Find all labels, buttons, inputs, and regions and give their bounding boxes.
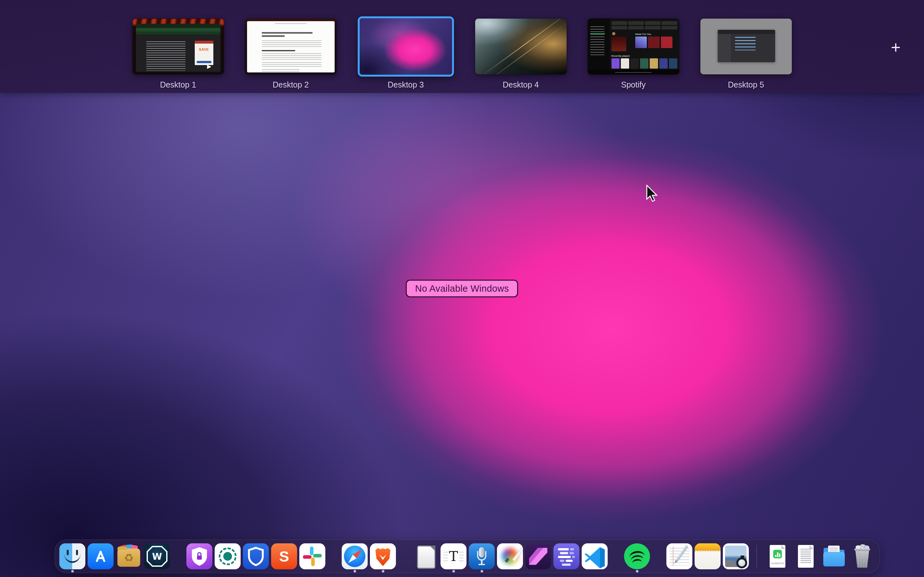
- captions-icon-detail: [572, 556, 575, 558]
- dock-item-captions-app[interactable]: [553, 543, 580, 569]
- space-thumbnail-spotify[interactable]: Made For You Recently played: [588, 19, 679, 74]
- space-thumbnail-spotify-detail-detail: [640, 58, 648, 69]
- notes-icon-detail: [695, 543, 720, 551]
- windscribe-icon-detail-detail: W: [152, 551, 162, 562]
- article-window-preview-detail: [262, 35, 284, 37]
- space-thumbnail-spotify-detail: [612, 58, 677, 69]
- captions-icon-detail: [560, 552, 568, 554]
- typora-icon-detail: T: [449, 550, 458, 563]
- dock-item-brave-browser[interactable]: [370, 543, 396, 569]
- dock-item-textedit[interactable]: [666, 543, 692, 569]
- teal-dashed-ring-icon-detail: [223, 552, 232, 561]
- dock-item-text-document[interactable]: [793, 543, 819, 569]
- safari-icon-detail-detail: [342, 543, 368, 569]
- numbers-document-icon-detail: NUMBERS: [770, 545, 785, 568]
- ad-card-detail: [197, 61, 212, 63]
- space-desktop-5: Desktop 5: [700, 0, 792, 93]
- windscribe-icon-detail: W: [144, 543, 170, 569]
- space-thumbnail-spotify-detail: [635, 37, 647, 48]
- dock-item-numbers-document[interactable]: NUMBERS: [764, 543, 790, 569]
- dock-item-app-cleaner[interactable]: ♻: [116, 543, 142, 569]
- captions-icon-detail: [558, 548, 569, 550]
- space-thumbnail-spotify-detail-detail: [630, 58, 639, 69]
- dock-item-affinity-photo[interactable]: [525, 543, 551, 569]
- dock-item-downloads-folder[interactable]: [821, 543, 847, 569]
- dock-item-dictation-app[interactable]: [469, 543, 495, 569]
- notes-icon-detail: [695, 551, 720, 552]
- space-spotify: Made For You Recently played Spotify: [588, 0, 679, 93]
- microphone-icon-detail: [477, 551, 486, 561]
- no-available-windows-pill: No Available Windows: [406, 280, 518, 298]
- player-bar-preview-detail: [615, 72, 652, 73]
- space-thumbnail-spotify-detail-detail: [645, 21, 661, 25]
- dock-item-typora[interactable]: T: [441, 543, 467, 569]
- dock-item-slack[interactable]: [299, 543, 325, 569]
- space-thumbnail-desktop-2[interactable]: [245, 19, 336, 74]
- space-thumbnail-spotify-detail-detail: [659, 58, 668, 69]
- space-label-desktop-4: Desktop 4: [503, 80, 539, 89]
- bar-chart-icon: [773, 550, 782, 558]
- article-window-preview-detail: [262, 53, 321, 60]
- space-thumbnail-spotify-detail-detail: [612, 21, 627, 25]
- spotify-sidebar-preview: [588, 19, 610, 69]
- dock-item-app-store[interactable]: [87, 543, 113, 569]
- affinity-photo-icon: [525, 543, 551, 569]
- add-desktop-button[interactable]: +: [887, 39, 905, 56]
- space-desktop-4: Desktop 4: [475, 0, 567, 93]
- dock-item-pixelmator-pro[interactable]: [497, 543, 523, 569]
- finder-window-preview-detail: [718, 30, 775, 34]
- running-indicator: [452, 570, 455, 572]
- finder-icon: [59, 543, 86, 569]
- space-label-desktop-3: Desktop 3: [388, 80, 424, 89]
- slack-icon: [299, 543, 325, 569]
- dock-item-shottr[interactable]: S: [271, 543, 297, 569]
- textedit-icon: [666, 543, 692, 569]
- article-window-preview: [247, 21, 334, 73]
- browser-window-preview-detail: [136, 28, 220, 31]
- captions-icon-detail: [560, 560, 564, 562]
- browser-window-preview-detail: SAVE ▶: [136, 34, 220, 72]
- dock-item-finder[interactable]: [59, 543, 86, 569]
- space-thumbnail-spotify-detail-detail: [645, 26, 661, 30]
- privacy-shield-icon-detail-detail: [197, 556, 202, 560]
- space-thumbnail-desktop-4[interactable]: [475, 19, 567, 74]
- microphone-icon: [469, 543, 495, 569]
- space-label-desktop-1: Desktop 1: [160, 80, 196, 89]
- typora-icon-detail: [459, 552, 464, 561]
- dock-item-privacy-shield[interactable]: [186, 543, 212, 569]
- space-thumbnail-spotify-detail-detail: [621, 58, 629, 69]
- finder-icon-detail: [64, 554, 81, 563]
- dock-item-notes[interactable]: [695, 543, 720, 569]
- numbers-document-icon: NUMBERS: [764, 543, 790, 569]
- recycle-icon: ♻: [124, 552, 134, 563]
- article-window-preview-detail: [262, 62, 321, 67]
- space-thumbnail-desktop-5[interactable]: [700, 19, 792, 74]
- running-indicator: [71, 570, 74, 572]
- dock: ♻WSTNUMBERS: [55, 540, 880, 573]
- browser-window-preview-detail: [136, 31, 220, 34]
- spotify-icon: [624, 543, 650, 569]
- article-window-preview-detail: [262, 69, 299, 72]
- space-thumbnail-desktop-3[interactable]: [358, 16, 454, 77]
- dock-item-trash-full[interactable]: [849, 543, 875, 569]
- space-desktop-1: SAVE ▶Desktop 1: [132, 0, 224, 93]
- made-for-you-label: Made For You: [635, 33, 651, 35]
- space-thumbnail-desktop-1[interactable]: SAVE ▶: [132, 19, 224, 74]
- typora-icon: T: [441, 543, 467, 569]
- libreoffice-icon-detail-detail: [430, 546, 435, 551]
- dock-item-vs-code[interactable]: [582, 543, 607, 569]
- space-thumbnail-spotify-detail: [648, 37, 660, 48]
- captions-icon-detail: [558, 556, 571, 558]
- space-thumbnail-spotify-detail: [661, 37, 672, 48]
- microphone-icon-detail: [478, 564, 485, 565]
- dock-item-teal-dashed-ring-app[interactable]: [215, 543, 241, 569]
- captions-icon: [553, 543, 580, 569]
- dock-item-bitwarden[interactable]: [243, 543, 269, 569]
- dock-item-windscribe-vpn[interactable]: W: [144, 543, 170, 569]
- dock-item-libreoffice[interactable]: [412, 543, 438, 569]
- dock-item-preview[interactable]: [723, 543, 749, 569]
- dock-item-safari[interactable]: [342, 543, 368, 569]
- notes-icon: [695, 543, 720, 569]
- slack-icon-detail: [303, 555, 312, 559]
- dock-item-spotify[interactable]: [624, 543, 650, 569]
